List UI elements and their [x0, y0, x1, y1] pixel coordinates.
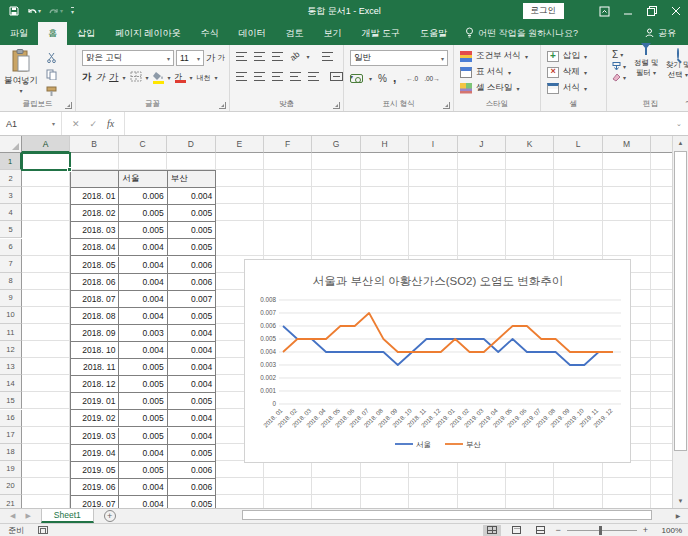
- align-bottom-icon[interactable]: [272, 52, 283, 61]
- align-right-icon[interactable]: [272, 72, 283, 81]
- tab-developer[interactable]: 개발 도구: [352, 22, 411, 45]
- cell-D14[interactable]: 0.004: [168, 376, 216, 393]
- cell-C11[interactable]: 0.003: [119, 325, 167, 342]
- row-header-11[interactable]: 11: [0, 324, 22, 341]
- italic-button[interactable]: 가: [96, 71, 106, 84]
- cell-D20[interactable]: 0.006: [168, 479, 216, 496]
- new-sheet-button[interactable]: +: [104, 510, 116, 522]
- cell-B9[interactable]: 2018. 07: [71, 291, 119, 308]
- cell-D5[interactable]: 0.005: [168, 222, 216, 239]
- row-header-3[interactable]: 3: [0, 187, 22, 204]
- font-name-combo[interactable]: 맑은 고딕▾: [82, 50, 174, 66]
- align-middle-icon[interactable]: [254, 52, 265, 61]
- cell-C21[interactable]: 0.004: [119, 496, 167, 508]
- cell-B8[interactable]: 2018. 06: [71, 274, 119, 291]
- sort-filter-button[interactable]: 정렬 및필터 ▾: [629, 49, 663, 77]
- align-center-icon[interactable]: [254, 72, 265, 81]
- column-header-N[interactable]: N: [651, 136, 672, 153]
- align-top-icon[interactable]: [236, 52, 247, 61]
- vertical-scrollbar[interactable]: ▲ ▼: [672, 136, 688, 508]
- expand-formula-bar-icon[interactable]: ⌄: [670, 112, 688, 135]
- cell-C19[interactable]: 0.005: [119, 462, 167, 479]
- align-left-icon[interactable]: [236, 72, 247, 81]
- cell-D3[interactable]: 0.004: [168, 188, 216, 205]
- row-header-21[interactable]: 21: [0, 495, 22, 508]
- cell-C8[interactable]: 0.004: [119, 274, 167, 291]
- name-box[interactable]: A1▾: [0, 112, 62, 135]
- font-dialog-launcher-icon[interactable]: [219, 102, 226, 109]
- close-button[interactable]: [664, 0, 688, 22]
- cell-C14[interactable]: 0.005: [119, 376, 167, 393]
- cell-C18[interactable]: 0.004: [119, 445, 167, 462]
- accounting-dropdown-icon[interactable]: ▾: [369, 75, 372, 82]
- tab-page-layout[interactable]: 페이지 레이아웃: [105, 22, 191, 45]
- fill-color-button[interactable]: [153, 72, 164, 84]
- undo-button[interactable]: ▾: [27, 7, 41, 16]
- number-dialog-launcher-icon[interactable]: [443, 102, 450, 109]
- row-header-19[interactable]: 19: [0, 461, 22, 478]
- tab-review[interactable]: 검토: [276, 22, 314, 45]
- sheet-nav-right-icon[interactable]: ▶: [25, 512, 30, 520]
- bold-button[interactable]: 가: [82, 71, 92, 84]
- row-header-2[interactable]: 2: [0, 170, 22, 187]
- cell-B2[interactable]: [71, 171, 119, 188]
- row-header-13[interactable]: 13: [0, 358, 22, 375]
- column-header-H[interactable]: H: [361, 136, 409, 153]
- column-header-K[interactable]: K: [506, 136, 554, 153]
- zoom-in-button[interactable]: +: [643, 525, 648, 535]
- zoom-slider-thumb[interactable]: [599, 526, 602, 535]
- cell-B20[interactable]: 2019. 06: [71, 479, 119, 496]
- cell-B13[interactable]: 2018. 11: [71, 359, 119, 376]
- cell-C5[interactable]: 0.005: [119, 222, 167, 239]
- row-header-9[interactable]: 9: [0, 290, 22, 307]
- decrease-decimal-button[interactable]: .00→: [424, 75, 440, 82]
- increase-indent-icon[interactable]: [308, 72, 319, 81]
- borders-button[interactable]: [130, 71, 142, 84]
- zoom-out-button[interactable]: −: [555, 525, 560, 535]
- cell-B11[interactable]: 2018. 09: [71, 325, 119, 342]
- column-header-G[interactable]: G: [312, 136, 360, 153]
- comma-style-button[interactable]: ,: [393, 71, 396, 85]
- fill-button[interactable]: ▾: [612, 62, 626, 71]
- column-header-E[interactable]: E: [216, 136, 264, 153]
- redo-dropdown-icon[interactable]: ▾: [60, 8, 63, 14]
- cell-D6[interactable]: 0.005: [168, 239, 216, 256]
- cell-B17[interactable]: 2019. 03: [71, 428, 119, 445]
- row-header-8[interactable]: 8: [0, 273, 22, 290]
- wrap-text-icon[interactable]: [322, 52, 333, 61]
- cell-D8[interactable]: 0.006: [168, 274, 216, 291]
- row-header-5[interactable]: 5: [0, 221, 22, 238]
- row-header-17[interactable]: 17: [0, 427, 22, 444]
- fill-color-dropdown-icon[interactable]: ▾: [168, 74, 171, 81]
- select-all-corner[interactable]: [0, 136, 22, 153]
- delete-cells-button[interactable]: 삭제▾: [547, 66, 587, 78]
- underline-dropdown-icon[interactable]: ▾: [123, 74, 126, 81]
- row-header-18[interactable]: 18: [0, 444, 22, 461]
- tab-view[interactable]: 보기: [314, 22, 352, 45]
- cell-D15[interactable]: 0.005: [168, 393, 216, 410]
- scroll-up-icon[interactable]: ▲: [673, 136, 688, 150]
- share-button[interactable]: 공유: [633, 22, 688, 45]
- cell-D17[interactable]: 0.004: [168, 428, 216, 445]
- insert-function-icon[interactable]: fx: [107, 118, 114, 129]
- cell-D21[interactable]: 0.005: [168, 496, 216, 508]
- tell-me-box[interactable]: 어떤 작업을 원하시나요?: [457, 22, 586, 45]
- cell-C9[interactable]: 0.004: [119, 291, 167, 308]
- format-as-table-button[interactable]: 표 서식▾: [460, 66, 528, 78]
- cell-B5[interactable]: 2018. 03: [71, 222, 119, 239]
- font-color-dropdown-icon[interactable]: ▾: [190, 74, 193, 81]
- ribbon-display-options-button[interactable]: [592, 0, 616, 22]
- redo-button[interactable]: ▾: [49, 7, 63, 16]
- grow-font-button[interactable]: 가: [206, 52, 216, 65]
- collapse-ribbon-icon[interactable]: ⌃: [684, 100, 688, 108]
- login-button[interactable]: 로그인: [523, 3, 565, 19]
- cell-B12[interactable]: 2018. 10: [71, 342, 119, 359]
- row-header-10[interactable]: 10: [0, 307, 22, 324]
- cell-C3[interactable]: 0.006: [119, 188, 167, 205]
- clipboard-dialog-launcher-icon[interactable]: [65, 102, 72, 109]
- chart[interactable]: 서울과 부산의 아황산가스(SO2) 오염도 변화추이00.0010.0020.…: [244, 259, 631, 463]
- cell-B16[interactable]: 2019. 02: [71, 410, 119, 427]
- qat-customize-icon[interactable]: ▾: [71, 7, 74, 15]
- font-size-combo[interactable]: 11▾: [176, 50, 204, 66]
- cell-C6[interactable]: 0.004: [119, 239, 167, 256]
